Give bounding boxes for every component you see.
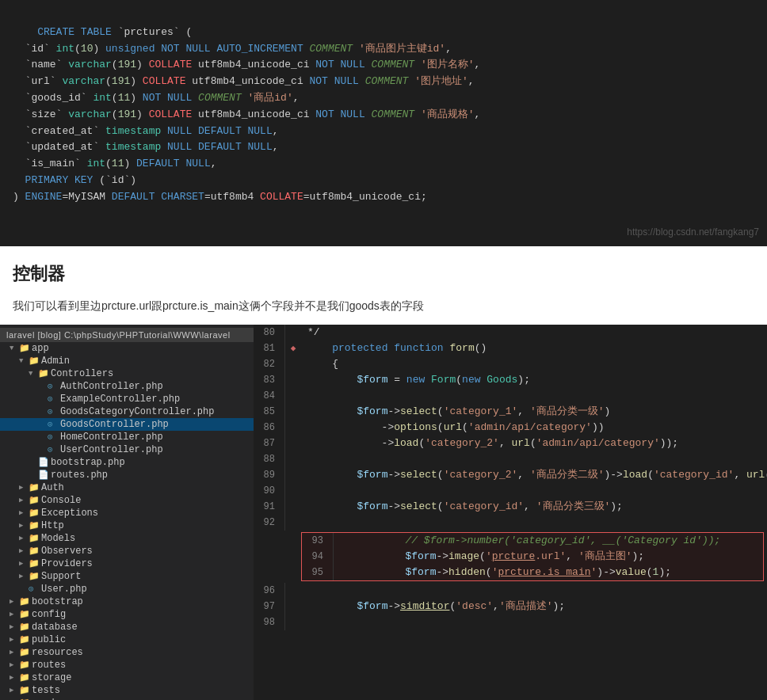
code-line-93: 93 // $form->number('category_id', __('C…: [302, 533, 763, 549]
folder-icon: 📁: [19, 622, 32, 632]
php-file-icon: 📄: [38, 457, 51, 467]
folder-icon: 📁: [29, 546, 41, 556]
tree-item-routes-php[interactable]: 📄 routes.php: [0, 469, 254, 481]
code-line-92: 92: [254, 515, 767, 531]
folder-icon: 📁: [29, 356, 41, 366]
folder-icon: 📁: [19, 596, 32, 607]
tree-item-GoodsController[interactable]: ⊙ GoodsController.php: [0, 418, 254, 431]
code-line-90: 90: [254, 483, 767, 499]
tree-item-bootstrap-php[interactable]: 📄 bootstrap.php: [0, 456, 254, 469]
code-line-88: 88: [254, 451, 767, 467]
tree-item-Observers[interactable]: ▶ 📁 Observers: [0, 545, 254, 557]
tree-item-GoodsCategoryController[interactable]: ⊙ GoodsCategoryController.php: [0, 405, 254, 418]
code-line-81: 81 ◆ protected function form(): [254, 340, 767, 356]
folder-icon: 📁: [19, 609, 32, 619]
folder-icon: 📁: [29, 482, 41, 493]
top-code-block: CREATE TABLE `prctures` ( `id` int(10) u…: [0, 0, 767, 246]
tree-item-config[interactable]: ▶ 📁 config: [0, 608, 254, 621]
file-tree-header: laravel [blog] C:\phpStudy\PHPTutorial\W…: [0, 328, 254, 342]
folder-icon: 📁: [19, 685, 32, 695]
tree-item-resources[interactable]: ▶ 📁 resources: [0, 646, 254, 659]
php-file-icon: ⊙: [48, 419, 60, 429]
tree-item-database[interactable]: ▶ 📁 database: [0, 621, 254, 633]
split-panel: laravel [blog] C:\phpStudy\PHPTutorial\W…: [0, 325, 767, 700]
php-file-icon: ⊙: [48, 381, 60, 391]
folder-icon: 📁: [29, 495, 41, 505]
folder-icon: 📁: [19, 660, 32, 670]
tree-item-Models[interactable]: ▶ 📁 Models: [0, 532, 254, 545]
tree-item-public[interactable]: ▶ 📁 public: [0, 633, 254, 646]
tree-item-storage[interactable]: ▶ 📁 storage: [0, 671, 254, 684]
code-line-89: 89 $form->select('category_2', '商品分类二级')…: [254, 467, 767, 483]
code-lines: 80 */ 81 ◆ protected function form() 82 …: [254, 325, 767, 630]
code-line-87: 87 ->load('category_2', url('admin/api/c…: [254, 436, 767, 451]
watermark-top: https://blog.csdn.net/fangkang7: [627, 225, 759, 240]
tree-item-tests[interactable]: ▶ 📁 tests: [0, 684, 254, 697]
php-file-icon: ⊙: [48, 394, 60, 404]
php-file-icon: ⊙: [29, 584, 41, 594]
section-title: 控制器: [13, 262, 754, 286]
code-line-94: 94 $form->image('prcture.url', '商品主图');: [302, 549, 763, 565]
code-line-96: 96: [254, 583, 767, 599]
code-line-97: 97 $form->simditor('desc','商品描述');: [254, 599, 767, 614]
code-line-80: 80 */: [254, 325, 767, 340]
folder-icon: 📁: [29, 571, 41, 581]
tree-item-HomeController[interactable]: ⊙ HomeController.php: [0, 431, 254, 443]
section-description: 我们可以看到里边prcture.url跟prcture.is_main这俩个字段…: [13, 297, 754, 314]
tree-item-ExampleController[interactable]: ⊙ ExampleController.php: [0, 393, 254, 405]
code-line-83: 83 $form = new Form(new Goods);: [254, 372, 767, 388]
red-outline-group: 93 // $form->number('category_id', __('C…: [301, 532, 764, 581]
folder-icon: 📁: [29, 533, 41, 543]
folder-icon: 📁: [29, 558, 41, 569]
tree-item-Console[interactable]: ▶ 📁 Console: [0, 494, 254, 507]
file-tree: laravel [blog] C:\phpStudy\PHPTutorial\W…: [0, 325, 254, 700]
php-file-icon: ⊙: [48, 406, 60, 417]
tree-item-app[interactable]: ▼ 📁 app: [0, 342, 254, 355]
tree-item-Controllers[interactable]: ▼ 📁 Controllers: [0, 367, 254, 380]
tree-item-Providers[interactable]: ▶ 📁 Providers: [0, 557, 254, 570]
tree-item-routes2[interactable]: ▶ 📁 routes: [0, 659, 254, 671]
code-editor: 80 */ 81 ◆ protected function form() 82 …: [254, 325, 767, 700]
folder-icon: 📁: [29, 520, 41, 531]
code-line-86: 86 ->options(url('admin/api/category')): [254, 420, 767, 436]
tree-item-Admin[interactable]: ▼ 📁 Admin: [0, 355, 254, 367]
tree-item-bootstrap2[interactable]: ▶ 📁 bootstrap: [0, 595, 254, 608]
tree-item-Auth[interactable]: ▶ 📁 Auth: [0, 481, 254, 494]
folder-icon: 📁: [19, 647, 32, 657]
php-file-icon: 📄: [38, 470, 51, 480]
php-file-icon: ⊙: [48, 432, 60, 442]
tree-item-Support[interactable]: ▶ 📁 Support: [0, 570, 254, 583]
code-line-82: 82 {: [254, 356, 767, 372]
code-line-85: 85 $form->select('category_1', '商品分类一级'): [254, 404, 767, 420]
code-line-84: 84: [254, 388, 767, 404]
folder-icon: 📁: [19, 343, 32, 353]
php-file-icon: ⊙: [48, 444, 60, 455]
tree-item-UserController[interactable]: ⊙ UserController.php: [0, 443, 254, 456]
tree-item-User-php[interactable]: ⊙ User.php: [0, 583, 254, 595]
folder-icon: 📁: [19, 634, 32, 645]
tree-item-Http[interactable]: ▶ 📁 Http: [0, 519, 254, 532]
code-line-91: 91 $form->select('category_id', '商品分类三级'…: [254, 499, 767, 515]
tree-item-vendor[interactable]: ▶ 📁 vendor: [0, 697, 254, 700]
code-line-98: 98: [254, 614, 767, 630]
section-heading: 控制器: [13, 246, 754, 292]
folder-icon: 📁: [19, 672, 32, 683]
folder-icon: 📁: [29, 508, 41, 518]
tree-item-Exceptions[interactable]: ▶ 📁 Exceptions: [0, 507, 254, 519]
tree-item-AuthController[interactable]: ⊙ AuthController.php: [0, 380, 254, 393]
code-line-95: 95 $form->hidden('prcture.is_main')->val…: [302, 565, 763, 580]
folder-icon: 📁: [38, 368, 51, 379]
